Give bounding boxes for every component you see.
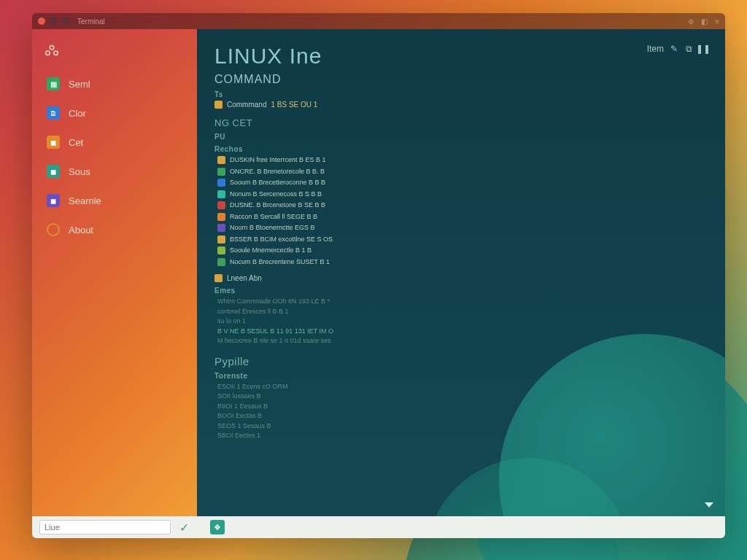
color-swatch-icon bbox=[217, 213, 225, 221]
list-item: Nonum B Sercenecoss B S B B bbox=[217, 190, 708, 200]
tray-app-button[interactable]: ❖ bbox=[210, 520, 225, 534]
window-maximize-button[interactable] bbox=[61, 18, 69, 25]
sidebar-item-label: Cet bbox=[69, 137, 83, 148]
sidebar-item-about[interactable]: About bbox=[42, 219, 187, 241]
color-swatch-icon bbox=[217, 224, 225, 232]
sidebar-item-cet[interactable]: ◼ Cet bbox=[42, 131, 187, 153]
tray-icon[interactable]: ⊕ bbox=[688, 18, 694, 26]
list-item: ESOII 1 Ecens cO ORM bbox=[217, 382, 708, 392]
sidebar-item-label: Clor bbox=[69, 108, 86, 119]
color-swatch-icon bbox=[217, 190, 225, 198]
document-icon: 🗎 bbox=[47, 106, 60, 120]
list-item: Sooule Mnernercectle B 1 B bbox=[217, 246, 708, 256]
color-swatch-icon bbox=[217, 156, 225, 164]
list-item: BOOI Eectas B bbox=[217, 411, 708, 421]
titlebar-tray: ⊕ ◧ ≡ bbox=[688, 18, 719, 26]
edit-icon[interactable]: ✎ bbox=[670, 44, 678, 53]
list-item: Nocum B Brecrentene SUSET B 1 bbox=[217, 257, 708, 268]
toolbar-label: Item bbox=[647, 44, 664, 54]
sidebar-item-clor[interactable]: 🗎 Clor bbox=[42, 102, 187, 124]
color-swatch-icon bbox=[217, 179, 225, 187]
list-item: DUSNE. B Brcenetone B SE B B bbox=[217, 201, 708, 211]
command-line: Commmand 1 BS SE OU 1 bbox=[214, 101, 708, 109]
list-item: Sooum B Brecetteroconne B B B bbox=[217, 178, 708, 188]
main-pane: LINUX Ine COMMAND Item ✎ ⧉ ❚❚ Ts Commman… bbox=[197, 29, 725, 516]
tray-icon[interactable]: ◧ bbox=[701, 18, 708, 26]
check-icon: ✓ bbox=[178, 521, 190, 533]
subsection-rechos: Rechos bbox=[214, 145, 708, 153]
process-list: DUSKIN free Interrcent B ES B 1 ONCRE. B… bbox=[217, 155, 708, 267]
window-title: Terminal bbox=[77, 18, 105, 26]
color-swatch-icon bbox=[217, 201, 225, 209]
sidebar-item-label: Seml bbox=[69, 79, 90, 90]
circle-icon bbox=[47, 223, 60, 236]
sidebar-item-seml[interactable]: ▦ Seml bbox=[42, 73, 187, 95]
list-item: Raccon B Sercall ll SEGE B B bbox=[217, 212, 708, 222]
square-icon: ◼ bbox=[47, 136, 60, 149]
app-window: Terminal ⊕ ◧ ≡ ▦ Seml 🗎 Clor ◼ bbox=[32, 13, 725, 538]
tray-icon[interactable]: ≡ bbox=[715, 18, 719, 26]
list-item: Noorn B Btoenernctte EGS B bbox=[217, 223, 708, 233]
page-subtitle: COMMAND bbox=[214, 73, 322, 86]
color-swatch-icon bbox=[217, 246, 225, 254]
sidebar: ▦ Seml 🗎 Clor ◼ Cet ◼ Sous ◼ Searnle Abo bbox=[32, 29, 197, 516]
search-input[interactable] bbox=[44, 523, 166, 532]
subsection-emes: Emes bbox=[214, 287, 708, 295]
list-item: SEOS 1 Sesaus B bbox=[217, 421, 708, 432]
list-item: SBOI Eectes 1 bbox=[217, 431, 708, 441]
list-item: ONCRE. B Brenetorecole B B. B bbox=[217, 167, 708, 177]
square-icon: ◼ bbox=[47, 165, 60, 178]
svg-point-0 bbox=[50, 46, 54, 50]
subsection-torenste: Torenste bbox=[214, 372, 708, 380]
sidebar-item-sous[interactable]: ◼ Sous bbox=[42, 160, 187, 182]
list-item: SOII lossaes B bbox=[217, 392, 708, 402]
list-item: B9OI 1 Eesaus B bbox=[217, 402, 708, 412]
list-item: DUSKIN free Interrcent B ES B 1 bbox=[217, 155, 708, 166]
sidebar-item-label: About bbox=[69, 225, 93, 236]
titlebar: Terminal ⊕ ◧ ≡ bbox=[32, 13, 725, 29]
grid-icon: ▦ bbox=[47, 77, 60, 90]
subsection-pu: PU bbox=[214, 133, 708, 141]
learn-badge: Lneen Abn bbox=[214, 274, 708, 282]
color-swatch-icon bbox=[214, 274, 222, 282]
color-swatch-icon bbox=[217, 258, 225, 266]
sidebar-item-label: Sous bbox=[69, 166, 90, 177]
section-cet: NG CET bbox=[214, 117, 708, 128]
search-box[interactable] bbox=[39, 520, 171, 534]
color-swatch-icon bbox=[217, 236, 225, 244]
sidebar-item-label: Searnle bbox=[69, 195, 101, 206]
section-profile: Pypille bbox=[214, 355, 708, 368]
svg-point-1 bbox=[46, 51, 50, 55]
app-logo-icon bbox=[42, 41, 61, 60]
bottom-bar: ✓ ❖ bbox=[32, 516, 725, 538]
output-block: Whtrn Commnade OOh IIN 193 LE B * contme… bbox=[217, 297, 708, 346]
list-item: BSSER B BCIM excottlne SE S OS bbox=[217, 235, 708, 245]
copy-icon[interactable]: ⧉ bbox=[684, 44, 693, 53]
window-minimize-button[interactable] bbox=[50, 18, 57, 25]
svg-point-2 bbox=[54, 51, 58, 55]
window-close-button[interactable] bbox=[38, 18, 45, 25]
sidebar-item-searnle[interactable]: ◼ Searnle bbox=[42, 190, 187, 211]
chevron-down-icon[interactable] bbox=[705, 502, 713, 508]
color-swatch-icon bbox=[217, 168, 225, 176]
profile-list: ESOII 1 Ecens cO ORM SOII lossaes B B9OI… bbox=[217, 382, 708, 441]
pause-icon[interactable]: ❚❚ bbox=[699, 44, 708, 53]
square-icon: ◼ bbox=[47, 194, 60, 207]
section-ts: Ts bbox=[214, 90, 708, 98]
color-swatch-icon bbox=[214, 101, 222, 109]
header-toolbar: Item ✎ ⧉ ❚❚ bbox=[647, 44, 708, 54]
page-title: LINUX Ine bbox=[214, 44, 322, 69]
